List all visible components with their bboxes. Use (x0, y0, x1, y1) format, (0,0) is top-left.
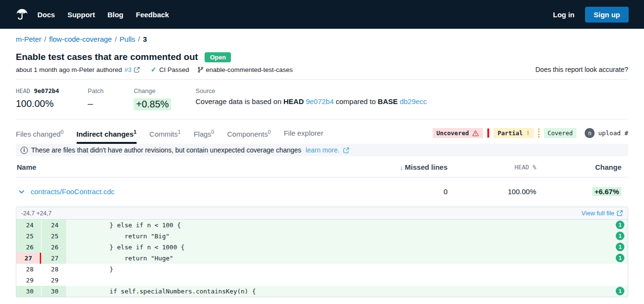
authored-text: about 1 month ago m-Peter authored (16, 66, 122, 73)
head-line-number: 28 (41, 264, 66, 275)
nav-links: Docs Support Blog Feedback (37, 11, 169, 19)
breadcrumb-owner-link[interactable]: m-Peter (16, 35, 41, 43)
branch-name: enable-commented-test-cases (206, 66, 293, 73)
login-link[interactable]: Log in (553, 11, 575, 19)
diff-line[interactable]: 2525 return "Big" 1 (16, 231, 628, 242)
change-value: +0.85% (134, 98, 171, 110)
code-text: if self.specialNumbers.containsKey(n) { (66, 286, 628, 297)
code-text (66, 275, 628, 286)
base-line-number: 30 (16, 286, 41, 297)
tab-commits[interactable]: Commits1 (150, 125, 181, 144)
report-accuracy-prompt: Does this report look accurate? (535, 66, 628, 73)
pull-tabs: Files changed0 Indirect changes1 Commits… (16, 125, 323, 144)
hit-count-badge: 1 (616, 243, 624, 251)
file-head-percent: 100.00% (448, 187, 536, 196)
breadcrumb-separator: / (44, 35, 46, 43)
legend-uncovered: Uncovered (433, 128, 483, 138)
change-label: Change (134, 87, 180, 94)
external-link-icon[interactable] (343, 147, 349, 153)
legend-covered: Covered (544, 128, 577, 138)
hit-count-badge: 1 (616, 221, 624, 229)
code-text: } else if n < 100 { (66, 220, 628, 231)
base-line-number: 24 (16, 220, 41, 231)
diff-line[interactable]: 2828 } (16, 264, 628, 275)
code-text: return "Huge" (66, 253, 628, 264)
head-coverage-value: 100.00% (16, 98, 72, 109)
nav-link-docs[interactable]: Docs (37, 11, 55, 19)
file-missed-lines: 0 (352, 187, 448, 196)
legend-partial-label: Partial (497, 129, 523, 137)
hunk-header: -24,7 +24,7 (21, 210, 52, 217)
pull-title: Enable test cases that are commented out (16, 52, 198, 62)
breadcrumb: m-Peter/flow-code-coverage/Pulls/3 (16, 29, 628, 45)
uncovered-bar-swatch (487, 129, 489, 138)
source-label: Source (196, 87, 427, 94)
diff-line[interactable]: 2929 (16, 275, 628, 286)
source-description: Coverage data is based on HEAD 9e072b4 c… (196, 97, 427, 105)
view-full-file-link[interactable]: View full file (582, 210, 623, 217)
head-line-number: 26 (41, 242, 66, 253)
file-change-percent: +6.67% (536, 187, 628, 196)
tab-indirect-changes[interactable]: Indirect changes1 (77, 125, 137, 144)
diff-viewer: -24,7 +24,7 View full file 2424 } else i… (16, 207, 628, 297)
code-text: } else if n < 1000 { (66, 242, 628, 253)
top-navbar: Docs Support Blog Feedback Log in Sign u… (0, 0, 644, 29)
hit-count-badge: 1 (616, 287, 624, 295)
head-line-number: 25 (41, 231, 66, 242)
diff-line[interactable]: 2424 } else if n < 100 { 1 (16, 220, 628, 231)
column-header-missed-lines[interactable]: ↓Missed lines (352, 163, 448, 171)
hit-count-badge: 1 (616, 254, 624, 262)
column-header-head-percent[interactable]: HEAD % (448, 164, 536, 171)
legend-partial: Partial ! (494, 128, 533, 138)
nav-link-blog[interactable]: Blog (107, 11, 123, 19)
patch-label: Patch (88, 87, 118, 94)
tab-files-changed[interactable]: Files changed0 (16, 125, 64, 144)
chevron-down-icon[interactable] (18, 188, 25, 195)
source-base-commit-link[interactable]: db29ecc (400, 97, 427, 105)
column-header-change[interactable]: Change (536, 163, 628, 171)
breadcrumb-current-pull: 3 (143, 35, 147, 43)
learn-more-link[interactable]: learn more. (306, 146, 340, 154)
info-icon: i (21, 147, 28, 154)
partial-bang-icon: ! (526, 129, 530, 137)
tab-components[interactable]: Components0 (227, 125, 271, 144)
diff-line[interactable]: 2626 } else if n < 1000 { 1 (16, 242, 628, 253)
file-table-row: contracts/FooContract.cdc 0 100.00% +6.6… (16, 177, 628, 205)
tab-flags[interactable]: Flags0 (194, 125, 214, 144)
code-text: return "Big" (66, 231, 628, 242)
breadcrumb-repo-link[interactable]: flow-code-coverage (49, 35, 112, 43)
upload-label: upload # (598, 129, 628, 137)
nav-link-support[interactable]: Support (68, 11, 95, 19)
codecov-umbrella-logo-icon[interactable] (15, 7, 30, 22)
base-line-number: 29 (16, 275, 41, 286)
source-middle: compared to (336, 97, 376, 105)
breadcrumb-separator: / (115, 35, 116, 43)
source-prefix: Coverage data is based on (196, 97, 281, 105)
nav-link-feedback[interactable]: Feedback (136, 11, 169, 19)
ci-check-icon: ✓ (150, 66, 156, 73)
head-commit-sha: 9e072b4 (34, 87, 59, 94)
signup-button[interactable]: Sign up (585, 7, 629, 23)
diff-line-uncovered-base[interactable]: 2727 return "Huge" 1 (16, 253, 628, 264)
ci-status: CI Passed (159, 66, 189, 73)
breadcrumb-pulls-link[interactable]: Pulls (120, 35, 136, 43)
git-branch-icon (197, 67, 204, 73)
base-line-number: 26 (16, 242, 41, 253)
column-header-name[interactable]: Name (16, 163, 352, 171)
source-base-word: BASE (378, 97, 398, 105)
head-line-number: 27 (41, 253, 66, 264)
legend-uncovered-label: Uncovered (437, 129, 469, 137)
hit-count-badge: 1 (616, 232, 624, 240)
head-line-number: 29 (41, 275, 66, 286)
pr-number-link[interactable]: #3 (124, 66, 131, 73)
indirect-changes-banner: i These are files that didn't have autho… (16, 144, 628, 156)
source-head-commit-link[interactable]: 9e072b4 (306, 97, 334, 105)
upload-count-icon: n (585, 128, 595, 138)
external-link-icon[interactable] (134, 67, 140, 73)
file-name-link[interactable]: contracts/FooContract.cdc (31, 187, 115, 196)
tab-file-explorer[interactable]: File explorer (284, 125, 323, 144)
pull-status-badge: Open (205, 52, 231, 62)
diff-line[interactable]: 3030 if self.specialNumbers.containsKey(… (16, 286, 628, 297)
files-table-header: Name ↓Missed lines HEAD % Change (16, 156, 628, 177)
coverage-stats: HEAD 9e072b4 100.00% Patch – Change +0.8… (16, 80, 628, 119)
